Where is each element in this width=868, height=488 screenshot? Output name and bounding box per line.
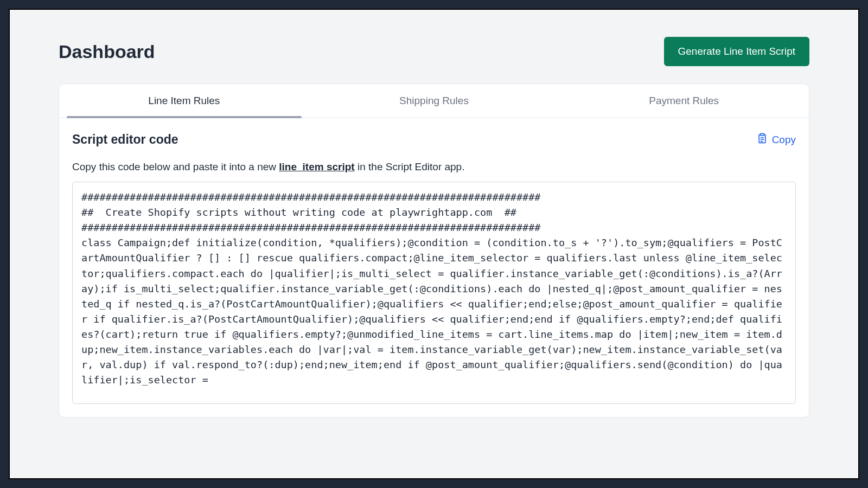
section-description: Copy this code below and paste it into a… (59, 151, 809, 182)
svg-rect-1 (760, 139, 764, 140)
line-item-script-link[interactable]: line_item script (279, 161, 354, 172)
description-prefix: Copy this code below and paste it into a… (72, 161, 279, 172)
tabs-bar: Line Item Rules Shipping Rules Payment R… (59, 84, 809, 118)
script-code-box[interactable]: ########################################… (72, 182, 796, 404)
app-outer-frame: Dashboard Generate Line Item Script Line… (0, 0, 868, 488)
page-title: Dashboard (59, 41, 155, 62)
tab-shipping-rules[interactable]: Shipping Rules (309, 84, 559, 118)
rules-card: Line Item Rules Shipping Rules Payment R… (59, 84, 809, 418)
section-title: Script editor code (72, 132, 178, 147)
svg-rect-0 (760, 137, 764, 138)
tab-line-item-rules[interactable]: Line Item Rules (59, 84, 309, 118)
clipboard-icon (757, 132, 768, 147)
copy-button-label: Copy (772, 134, 796, 146)
header-row: Dashboard Generate Line Item Script (59, 37, 809, 66)
copy-button[interactable]: Copy (757, 132, 796, 147)
svg-rect-2 (760, 141, 762, 142)
tab-payment-rules[interactable]: Payment Rules (559, 84, 809, 118)
app-inner-frame: Dashboard Generate Line Item Script Line… (9, 9, 859, 479)
generate-line-item-script-button[interactable]: Generate Line Item Script (664, 37, 810, 66)
section-header: Script editor code Copy (59, 118, 809, 151)
description-suffix: in the Script Editor app. (355, 161, 465, 172)
